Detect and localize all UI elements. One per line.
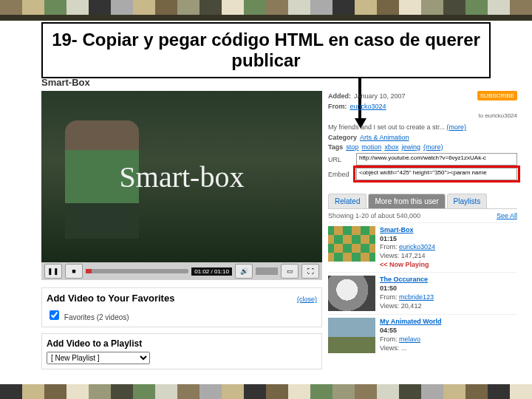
player-controls: ❚❚ ■ 01:02 / 01:10 🔊 ▭ ⛶	[41, 262, 322, 280]
subscribe-to-text: to euricko3024	[328, 112, 517, 119]
category-link[interactable]: Arts & Animation	[360, 134, 409, 141]
favorites-close-link[interactable]: (close)	[297, 296, 317, 303]
related-views: 20,412	[401, 302, 422, 310]
tab-more-from-user[interactable]: More from this user	[368, 194, 445, 208]
related-thumbnail[interactable]	[328, 276, 375, 311]
related-from-link[interactable]: mcbride123	[399, 293, 434, 301]
url-field[interactable]: http://www.youtube.com/watch?v=6vyz1zxUA…	[356, 153, 517, 166]
time-display: 01:02 / 01:10	[191, 267, 232, 276]
related-from-link[interactable]: euricko3024	[399, 243, 435, 250]
seek-bar[interactable]	[86, 269, 188, 273]
related-title-link[interactable]: Smart-Box	[380, 226, 517, 235]
playlist-select[interactable]: [ New Playlist ]	[47, 352, 150, 364]
url-label: URL	[328, 156, 353, 163]
tag-link[interactable]: xbox	[384, 143, 398, 151]
related-views: 147,214	[401, 252, 426, 259]
related-duration: 01:50	[380, 284, 517, 293]
video-overlay-text: Smart-box	[120, 160, 245, 194]
tab-related[interactable]: Related	[328, 194, 366, 208]
section-title: Smart-Box	[41, 77, 517, 88]
embed-label: Embed	[328, 171, 353, 178]
related-see-all-link[interactable]: See All	[497, 212, 517, 219]
favorites-title: Add Video to Your Favorites	[47, 293, 174, 304]
favorites-checkbox[interactable]	[50, 310, 59, 320]
related-duration: 04:55	[380, 327, 517, 335]
slide-title: 19- Copiar y pegar código HTML en caso d…	[52, 30, 480, 71]
tag-link[interactable]: motion	[361, 143, 381, 151]
video-description: My friends and I set out to create a str…	[328, 123, 445, 131]
subscribe-button[interactable]: SUBSCRIBE	[477, 91, 517, 100]
related-thumbnail[interactable]	[328, 318, 375, 353]
slide-title-box: 19- Copiar y pegar código HTML en caso d…	[41, 22, 491, 78]
pause-button[interactable]: ❚❚	[44, 264, 62, 279]
related-title-link[interactable]: My Animated World	[380, 318, 517, 327]
now-playing-label: << Now Playing	[380, 261, 517, 270]
tags-more-link[interactable]: (more)	[423, 143, 443, 151]
tags-label: Tags	[328, 143, 343, 151]
shrink-button[interactable]: ▭	[281, 264, 299, 279]
tag-link[interactable]: jewing	[401, 143, 420, 151]
description-more-link[interactable]: (more)	[447, 123, 467, 131]
related-title-link[interactable]: The Occurance	[380, 276, 517, 284]
from-user-link[interactable]: euricko3024	[350, 103, 386, 110]
mute-button[interactable]: 🔊	[235, 264, 253, 279]
related-views: ...	[401, 344, 407, 352]
added-date: January 10, 2007	[354, 92, 406, 100]
related-from-link[interactable]: melavo	[399, 335, 420, 343]
favorites-panel: Add Video to Your Favorites (close) Favo…	[41, 287, 322, 327]
related-item[interactable]: Smart-Box 01:15 From: euricko3024 Views:…	[328, 222, 517, 272]
video-player[interactable]: Smart-box	[41, 91, 322, 262]
volume-slider[interactable]	[256, 267, 278, 275]
playlist-title: Add Video to a Playlist	[47, 338, 317, 349]
embed-field[interactable]: <object width="425" height="350"><param …	[356, 168, 517, 180]
playlist-panel: Add Video to a Playlist [ New Playlist ]	[41, 333, 322, 369]
fullscreen-button[interactable]: ⛶	[301, 264, 319, 279]
tag-link[interactable]: stop	[346, 143, 358, 151]
related-item[interactable]: My Animated World 04:55 From: melavo Vie…	[328, 314, 517, 356]
related-thumbnail[interactable]	[328, 226, 375, 262]
category-label: Category	[328, 134, 357, 141]
related-showing-text: Showing 1-20 of about 540,000	[328, 212, 420, 219]
from-label: From:	[328, 103, 347, 110]
tab-playlists[interactable]: Playlists	[447, 194, 488, 208]
related-duration: 01:15	[380, 235, 517, 244]
related-tabs: Related More from this user Playlists	[328, 194, 517, 209]
stop-button[interactable]: ■	[65, 264, 83, 279]
favorites-checkbox-label: Favorites (2 videos)	[64, 313, 129, 321]
added-label: Added:	[328, 92, 351, 100]
related-item[interactable]: The Occurance 01:50 From: mcbride123 Vie…	[328, 272, 517, 314]
